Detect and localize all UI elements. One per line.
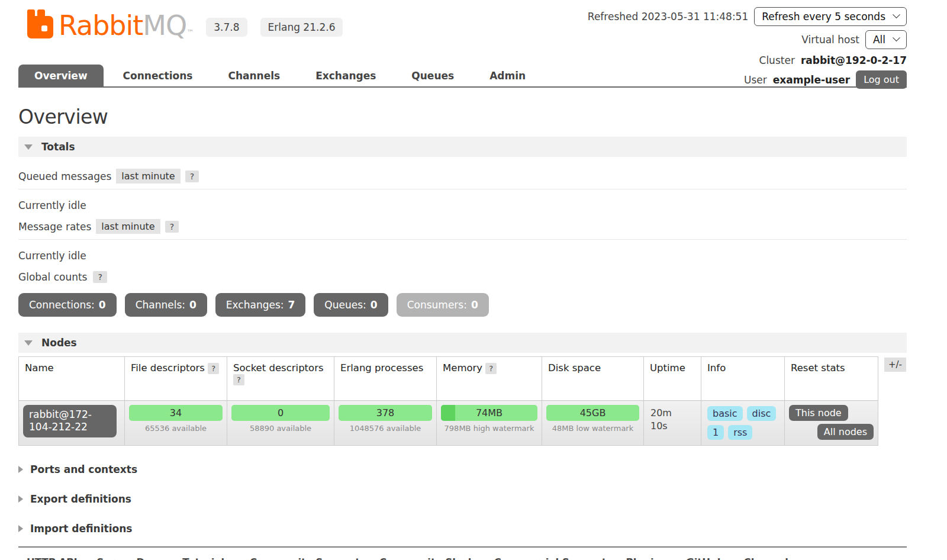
global-counts: Connections:0 Channels:0 Exchanges:7 Que… — [18, 293, 907, 317]
global-counts-label: Global counts — [18, 271, 87, 283]
totals-section-header[interactable]: Totals — [18, 137, 907, 157]
import-definitions-section-header[interactable]: Import definitions — [18, 523, 907, 535]
footer-link-commercial-support[interactable]: Commercial Support — [494, 556, 607, 560]
column-toggle-badge[interactable]: +/- — [884, 358, 906, 372]
disk-space-cell: 45GB 48MB low watermark — [542, 401, 644, 446]
rabbitmq-logo: RabbitMQ™ — [27, 9, 193, 39]
memory-cell: 74MB 798MB high watermark — [437, 401, 542, 446]
footer-link-http-api[interactable]: HTTP API — [27, 556, 78, 560]
nodes-table: Name File descriptors ? Socket descripto… — [18, 356, 878, 446]
tab-admin[interactable]: Admin — [474, 65, 542, 86]
col-header-reset-stats: Reset stats — [785, 357, 878, 401]
export-definitions-section-header[interactable]: Export definitions — [18, 493, 907, 505]
footer-link-github[interactable]: GitHub — [686, 556, 724, 560]
message-rates-label: Message rates — [18, 221, 91, 233]
queued-help-badge[interactable]: ? — [185, 170, 199, 182]
erlang-processes-meter: 378 — [339, 405, 432, 421]
collapse-arrow-icon — [24, 340, 33, 346]
file-descriptors-cell: 34 65536 available — [125, 401, 227, 446]
nodes-section-header[interactable]: Nodes — [18, 333, 907, 353]
rabbitmq-logo-icon — [27, 9, 54, 39]
queues-count-button[interactable]: Queues:0 — [314, 293, 388, 317]
help-badge[interactable]: ? — [233, 374, 244, 385]
col-header-disk-space: Disk space — [542, 357, 644, 401]
footer: HTTP APIServer DocsTutorialsCommunity Su… — [18, 546, 907, 560]
col-header-uptime: Uptime — [644, 357, 701, 401]
expand-arrow-icon — [18, 466, 23, 473]
exchanges-count-button[interactable]: Exchanges:7 — [215, 293, 306, 317]
global-counts-help-badge[interactable]: ? — [93, 271, 107, 283]
help-badge[interactable]: ? — [485, 363, 497, 374]
queued-range-badge[interactable]: last minute — [116, 169, 180, 184]
refresh-interval-select[interactable]: Refresh every 5 seconds — [754, 7, 907, 26]
footer-link-plugins[interactable]: Plugins — [626, 556, 667, 560]
info-tag-rss: rss — [728, 425, 752, 440]
col-header-memory: Memory ? — [437, 357, 542, 401]
queued-messages-label: Queued messages — [18, 170, 111, 182]
memory-meter: 74MB — [441, 405, 537, 421]
help-badge[interactable]: ? — [208, 363, 219, 374]
info-tag-disc: disc — [747, 406, 777, 421]
footer-link-changelog[interactable]: Changelog — [744, 556, 803, 560]
reset-all-nodes-button[interactable]: All nodes — [817, 424, 874, 440]
refreshed-timestamp: Refreshed 2023-05-31 11:48:51 — [588, 11, 748, 22]
disk-space-meter: 45GB — [546, 405, 639, 421]
socket-descriptors-cell: 0 58890 available — [227, 401, 334, 446]
info-cell: basic disc 1 rss — [701, 401, 785, 446]
connections-count-button[interactable]: Connections:0 — [18, 293, 117, 317]
ports-and-contexts-section-header[interactable]: Ports and contexts — [18, 464, 907, 475]
expand-arrow-icon — [18, 495, 23, 503]
tab-overview[interactable]: Overview — [18, 65, 104, 86]
info-tag-1: 1 — [707, 425, 724, 440]
tab-channels[interactable]: Channels — [212, 65, 296, 86]
collapse-arrow-icon — [24, 144, 33, 150]
consumers-count-button: Consumers:0 — [397, 293, 489, 317]
col-header-file-descriptors: File descriptors ? — [125, 357, 227, 401]
footer-link-community-support[interactable]: Community Support — [250, 556, 360, 560]
col-header-info: Info — [701, 357, 785, 401]
reset-stats-cell: This node All nodes — [785, 401, 878, 446]
chevron-down-icon — [893, 11, 900, 18]
tab-queues[interactable]: Queues — [395, 65, 470, 86]
node-row: rabbit@172-104-212-22 34 65536 available… — [19, 401, 878, 446]
footer-link-community-slack[interactable]: Community Slack — [379, 556, 475, 560]
erlang-processes-cell: 378 1048576 available — [334, 401, 437, 446]
main-nav-tabs: Overview Connections Channels Exchanges … — [18, 65, 907, 88]
header: RabbitMQ™ 3.7.8 Erlang 21.2.6 Refreshed … — [18, 0, 907, 88]
rabbitmq-version-badge: 3.7.8 — [206, 18, 247, 37]
info-tag-basic: basic — [707, 406, 743, 421]
rates-range-badge[interactable]: last minute — [96, 219, 160, 234]
tab-connections[interactable]: Connections — [107, 65, 209, 86]
rates-help-badge[interactable]: ? — [165, 221, 179, 233]
file-descriptors-meter: 34 — [129, 405, 223, 421]
page-title: Overview — [18, 105, 907, 128]
brand-wordmark: RabbitMQ™ — [59, 13, 193, 39]
reset-this-node-button[interactable]: This node — [789, 405, 848, 421]
footer-link-tutorials[interactable]: Tutorials — [182, 556, 230, 560]
socket-descriptors-meter: 0 — [231, 405, 330, 421]
virtual-host-label: Virtual host — [801, 34, 859, 46]
col-header-socket-descriptors: Socket descriptors ? — [227, 357, 334, 401]
expand-arrow-icon — [18, 525, 23, 532]
queued-idle-status: Currently idle — [18, 199, 907, 211]
uptime-cell: 20m 10s — [644, 401, 701, 446]
tab-exchanges[interactable]: Exchanges — [299, 65, 392, 86]
virtual-host-select[interactable]: All — [865, 30, 907, 49]
col-header-erlang-processes: Erlang processes — [334, 357, 437, 401]
node-name-badge[interactable]: rabbit@172-104-212-22 — [23, 405, 117, 437]
channels-count-button[interactable]: Channels:0 — [125, 293, 207, 317]
footer-link-server-docs[interactable]: Server Docs — [97, 556, 163, 560]
erlang-version-badge: Erlang 21.2.6 — [260, 18, 343, 37]
col-header-name: Name — [19, 357, 125, 401]
rates-idle-status: Currently idle — [18, 250, 907, 262]
chevron-down-icon — [893, 34, 900, 41]
